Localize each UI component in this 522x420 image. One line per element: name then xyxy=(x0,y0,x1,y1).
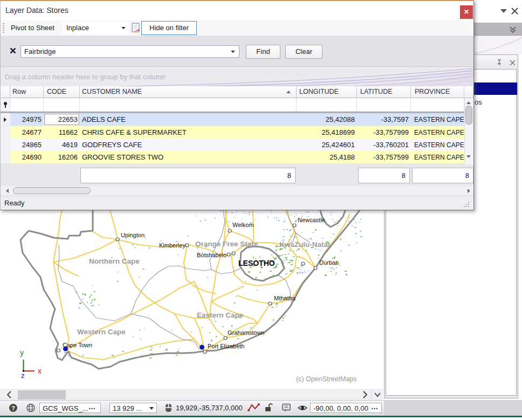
svg-text:?: ? xyxy=(11,405,15,411)
svg-text:Grahamstown: Grahamstown xyxy=(228,329,264,336)
svg-text:Mthatha: Mthatha xyxy=(274,295,296,301)
svg-text:z: z xyxy=(21,371,25,380)
svg-text:x: x xyxy=(38,367,42,375)
svg-text:Welkom: Welkom xyxy=(232,222,254,228)
svg-text:(c) OpenStreetMaps: (c) OpenStreetMaps xyxy=(296,375,357,383)
svg-text:Durban: Durban xyxy=(319,259,339,266)
svg-text:y: y xyxy=(20,348,24,357)
svg-text:Cape Town: Cape Town xyxy=(63,342,92,348)
svg-text:Newcastle: Newcastle xyxy=(298,217,325,223)
svg-text:Port Elizabeth: Port Elizabeth xyxy=(208,343,244,349)
svg-text:KwaZulu-Natal: KwaZulu-Natal xyxy=(279,240,330,249)
svg-text:LESOTHO: LESOTHO xyxy=(238,259,275,267)
svg-text:Orange Free State: Orange Free State xyxy=(195,240,258,248)
svg-text:Kimberley: Kimberley xyxy=(159,242,186,249)
svg-text:Upington: Upington xyxy=(121,232,145,238)
svg-text:Botshabelo: Botshabelo xyxy=(197,252,226,258)
svg-text:19,929,-35,737,0,000: 19,929,-35,737,0,000 xyxy=(176,404,243,412)
svg-text:Northern Cape: Northern Cape xyxy=(89,257,140,265)
svg-text:Western Cape: Western Cape xyxy=(77,328,126,336)
svg-text:Eastern Cape: Eastern Cape xyxy=(197,311,244,319)
